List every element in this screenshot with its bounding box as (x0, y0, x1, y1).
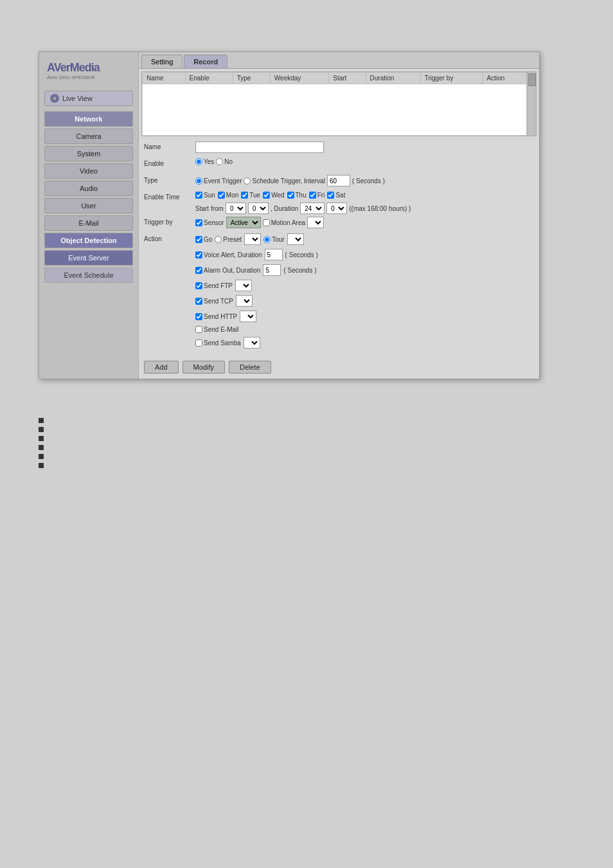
send-http-checkbox[interactable] (195, 313, 202, 320)
send-samba-checkbox[interactable] (195, 339, 202, 347)
preset-radio-label[interactable]: Preset (215, 236, 242, 243)
sidebar-item-object-detection[interactable]: Object Detection (44, 233, 133, 248)
bullet-section (0, 405, 613, 485)
type-event-radio[interactable] (195, 177, 202, 185)
duration-min-select[interactable]: 0 (326, 203, 347, 214)
form-section: Name Enable Yes No (139, 139, 539, 356)
enable-yes-radio[interactable] (195, 158, 202, 165)
voice-alert-label[interactable]: Voice Alert, Duration (195, 251, 262, 258)
sidebar-item-camera[interactable]: Camera (44, 129, 133, 144)
type-event-label[interactable]: Event Trigger (195, 177, 242, 185)
day-mon-checkbox[interactable] (218, 192, 225, 199)
col-type: Type (233, 73, 270, 84)
delete-button[interactable]: Delete (229, 361, 271, 374)
day-sun[interactable]: Sun (195, 192, 215, 199)
day-fri-checkbox[interactable] (309, 192, 316, 199)
send-samba-label[interactable]: Send Samba (195, 339, 241, 347)
sensor-checkbox[interactable] (195, 219, 202, 226)
day-sat[interactable]: Sat (327, 192, 345, 199)
bullet-item-5 (39, 454, 574, 459)
bullet-square-1 (39, 418, 44, 423)
name-controls (195, 141, 534, 153)
day-tue-checkbox[interactable] (241, 192, 248, 199)
day-sat-checkbox[interactable] (327, 192, 334, 199)
alarm-out-checkbox[interactable] (195, 267, 202, 274)
send-http-label[interactable]: Send HTTP (195, 313, 237, 320)
voice-duration-input[interactable] (265, 249, 283, 260)
tcp-select[interactable] (236, 295, 253, 307)
send-tcp-checkbox[interactable] (195, 298, 202, 305)
http-select[interactable] (240, 311, 256, 322)
logo-main: AVerMedia (47, 61, 130, 75)
enable-yes-label[interactable]: Yes (195, 158, 214, 165)
start-min-select[interactable]: 0 (248, 203, 269, 214)
tab-record[interactable]: Record (184, 55, 227, 68)
send-ftp-checkbox[interactable] (195, 282, 202, 289)
col-enable: Enable (185, 73, 233, 84)
live-view-icon (50, 94, 59, 103)
modify-button[interactable]: Modify (182, 361, 225, 374)
day-mon[interactable]: Mon (218, 192, 238, 199)
scrollbar-thumb[interactable] (528, 73, 536, 86)
day-thu[interactable]: Thu (287, 192, 306, 199)
motion-area-checkbox[interactable] (263, 219, 270, 226)
scrollbar-right[interactable] (527, 72, 536, 136)
alarm-out-label[interactable]: Alarm Out, Duration (195, 267, 260, 274)
send-tcp-label[interactable]: Send TCP (195, 298, 233, 305)
type-schedule-radio[interactable] (244, 177, 251, 185)
go-checkbox[interactable] (195, 236, 202, 243)
motion-area-checkbox-label[interactable]: Motion Area (263, 219, 305, 226)
send-email-label[interactable]: Send E-Mail (195, 326, 238, 333)
tour-select[interactable] (287, 233, 304, 245)
tour-radio-label[interactable]: Tour (263, 236, 284, 243)
enable-no-label[interactable]: No (216, 158, 233, 165)
sidebar-item-video[interactable]: Video (44, 163, 133, 179)
sidebar-item-email[interactable]: E-Mail (44, 215, 133, 231)
svg-point-0 (53, 96, 57, 100)
preset-radio[interactable] (215, 236, 222, 243)
interval-input[interactable] (327, 175, 350, 186)
sidebar-item-user[interactable]: User (44, 198, 133, 213)
sensor-checkbox-label[interactable]: Sensor (195, 219, 224, 226)
sidebar-item-event-schedule[interactable]: Event Schedule (44, 267, 133, 283)
day-wed[interactable]: Wed (263, 192, 284, 199)
ftp-select[interactable] (235, 280, 252, 291)
name-input[interactable] (195, 141, 324, 153)
day-fri[interactable]: Fri (309, 192, 325, 199)
motion-area-select[interactable] (307, 217, 324, 228)
type-schedule-label[interactable]: Schedule Trigger, Interval (244, 177, 324, 185)
trigger-by-controls: Sensor Active Motion Area (195, 217, 534, 228)
day-sun-checkbox[interactable] (195, 192, 202, 199)
send-email-checkbox[interactable] (195, 326, 202, 333)
voice-alert-checkbox[interactable] (195, 251, 202, 258)
sidebar-item-system[interactable]: System (44, 146, 133, 161)
bullet-square-3 (39, 436, 44, 441)
action-samba-row: Send Samba (195, 337, 260, 348)
enable-no-text: No (224, 158, 233, 165)
sidebar-item-audio[interactable]: Audio (44, 181, 133, 196)
day-thu-checkbox[interactable] (287, 192, 294, 199)
sidebar-item-event-server[interactable]: Event Server (44, 250, 133, 266)
alarm-duration-input[interactable] (263, 264, 281, 276)
start-hour-select[interactable]: 0 (226, 203, 246, 214)
samba-select[interactable] (244, 337, 260, 348)
tour-radio[interactable] (263, 236, 271, 243)
preset-select[interactable] (244, 233, 261, 245)
tab-setting[interactable]: Setting (141, 55, 182, 68)
sidebar-item-network[interactable]: Network (44, 111, 133, 127)
action-ftp-row: Send FTP (195, 280, 252, 291)
add-button[interactable]: Add (144, 361, 179, 374)
bullet-square-6 (39, 463, 44, 468)
button-row: Add Modify Delete (139, 356, 539, 379)
duration-label: , Duration (271, 205, 298, 212)
day-tue[interactable]: Tue (241, 192, 260, 199)
enable-time-label: Enable Time (144, 192, 195, 201)
live-view-button[interactable]: Live View (44, 91, 133, 106)
enable-no-radio[interactable] (216, 158, 223, 165)
go-checkbox-label[interactable]: Go (195, 236, 212, 243)
duration-hour-select[interactable]: 24 (300, 203, 324, 214)
col-name: Name (143, 73, 186, 84)
day-wed-checkbox[interactable] (263, 192, 270, 199)
sensor-select[interactable]: Active (226, 217, 261, 228)
send-ftp-label[interactable]: Send FTP (195, 282, 233, 289)
